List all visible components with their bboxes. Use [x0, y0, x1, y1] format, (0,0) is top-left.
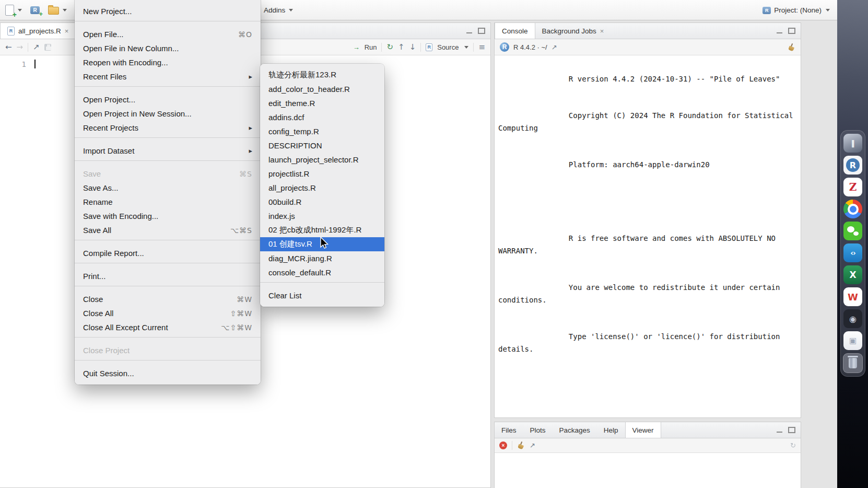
- file-menu-item[interactable]: Save As...: [75, 181, 261, 195]
- recent-file-item[interactable]: launch_project_selector.R: [260, 153, 384, 167]
- popout-console-icon[interactable]: ↗: [552, 44, 557, 51]
- rerun-button[interactable]: ↻: [386, 43, 393, 51]
- maximize-pane-button[interactable]: [788, 28, 795, 34]
- file-menu-item[interactable]: Close All ⇧⌘W: [75, 306, 261, 320]
- popout-editor-button[interactable]: ↗: [33, 43, 40, 51]
- dock-app-icon[interactable]: [843, 222, 862, 240]
- forward-button[interactable]: →: [17, 43, 24, 51]
- recent-file-item[interactable]: Clear List: [260, 288, 384, 303]
- file-menu-item[interactable]: Recent Files ▸: [75, 69, 261, 84]
- menu-item-label: Save As...: [83, 183, 252, 192]
- recent-file-item[interactable]: addins.dcf: [260, 110, 384, 124]
- previous-chunk-button[interactable]: ↑: [398, 43, 405, 51]
- file-menu-item[interactable]: Reopen with Encoding...: [75, 55, 261, 69]
- close-tab-icon[interactable]: ×: [600, 27, 604, 35]
- dock-app-icon[interactable]: ◉: [843, 309, 862, 328]
- file-menu-item[interactable]: Open Project...: [75, 92, 261, 107]
- file-menu-item[interactable]: Rename: [75, 195, 261, 209]
- recent-file-item[interactable]: config_temp.R: [260, 124, 384, 138]
- panel-tab[interactable]: Files: [495, 422, 523, 438]
- project-selector[interactable]: Project: (None): [763, 0, 830, 20]
- recent-file-item[interactable]: 轨迹分析最新123.R: [260, 68, 384, 82]
- file-menu-item[interactable]: Save with Encoding...: [75, 209, 261, 223]
- recent-file-item[interactable]: 02 把cb改成html-1992年.R: [260, 223, 384, 237]
- minimize-pane-button[interactable]: [777, 427, 782, 433]
- recent-file-item[interactable]: index.js: [260, 209, 384, 223]
- recent-file-item[interactable]: DESCRIPTION: [260, 138, 384, 153]
- menu-item-label: Compile Report...: [83, 249, 252, 258]
- recent-file-item[interactable]: projectlist.R: [260, 167, 384, 181]
- dock-app-icon[interactable]: Z: [843, 178, 862, 196]
- addins-menu-button[interactable]: Addins: [264, 0, 293, 20]
- recent-file-item[interactable]: console_default.R: [260, 265, 384, 280]
- recent-file-item[interactable]: add_color_to_header.R: [260, 82, 384, 96]
- dock-app-icon[interactable]: [843, 353, 863, 373]
- clear-viewer-button[interactable]: ×: [499, 441, 507, 449]
- minimize-pane-button[interactable]: [777, 28, 782, 33]
- panel-tab[interactable]: Help: [597, 422, 625, 438]
- save-icon[interactable]: [44, 44, 51, 51]
- dock-app-icon[interactable]: X: [843, 265, 862, 284]
- file-menu-item[interactable]: Quit Session...: [75, 366, 261, 380]
- open-file-button[interactable]: [48, 5, 67, 15]
- file-menu-item[interactable]: Save ⌘S: [75, 167, 261, 181]
- file-menu-item[interactable]: Open File... ⌘O: [75, 27, 261, 41]
- recent-file-item[interactable]: diag_MCR.jiang.R: [260, 251, 384, 265]
- console-pane: Console Background Jobs × R R 4: [494, 22, 801, 418]
- file-menu-item[interactable]: Recent Projects ▸: [75, 121, 261, 135]
- dock-app-icon[interactable]: ‹›: [843, 243, 862, 262]
- editor-tab[interactable]: all_projects.R ×: [0, 23, 76, 39]
- console-output[interactable]: R version 4.4.2 (2024-10-31) -- "Pile of…: [495, 55, 801, 417]
- next-chunk-button[interactable]: ↓: [409, 43, 416, 51]
- file-menu-item: [75, 286, 261, 292]
- run-button[interactable]: Run: [365, 43, 377, 51]
- macos-dock: ‖ R Z ‹›: [840, 130, 865, 377]
- popout-viewer-icon[interactable]: ↗: [530, 442, 535, 449]
- file-menu-item[interactable]: Close ⌘W: [75, 292, 261, 306]
- dock-app-icon[interactable]: W: [843, 287, 862, 306]
- line-number-gutter: 1: [0, 55, 33, 487]
- refresh-viewer-icon[interactable]: ↻: [790, 442, 796, 449]
- tab-console[interactable]: Console: [495, 23, 535, 39]
- minimize-pane-button[interactable]: [466, 28, 472, 33]
- chevron-down-icon: [63, 9, 67, 11]
- file-menu-item[interactable]: Close Project: [75, 343, 261, 357]
- panel-tab[interactable]: Viewer: [625, 422, 661, 438]
- dock-app-glyph: R: [846, 158, 860, 172]
- panel-tab[interactable]: Plots: [523, 422, 553, 438]
- console-line: Natural language support but running in …: [498, 404, 801, 417]
- file-menu-item[interactable]: Print...: [75, 269, 261, 283]
- file-menu-item[interactable]: Save All ⌥⌘S: [75, 223, 261, 237]
- clear-console-broom-icon[interactable]: [788, 43, 795, 51]
- panel-tab[interactable]: Packages: [553, 422, 597, 438]
- file-menu-item[interactable]: New Project...: [75, 4, 261, 18]
- new-file-button[interactable]: [5, 5, 22, 16]
- console-toolbar-right: [788, 43, 795, 51]
- dock-app-icon[interactable]: R: [843, 156, 862, 175]
- maximize-pane-button[interactable]: [788, 427, 795, 433]
- desktop-wallpaper: ‖ R Z ‹›: [837, 0, 868, 488]
- document-outline-button[interactable]: ≡: [478, 43, 485, 51]
- tab-background-jobs[interactable]: Background Jobs ×: [535, 23, 611, 39]
- dock-app-icon[interactable]: ▣: [843, 331, 862, 350]
- recent-file-label: projectlist.R: [268, 169, 376, 178]
- new-project-button[interactable]: [30, 6, 40, 14]
- recent-file-item[interactable]: all_projects.R: [260, 181, 384, 195]
- dock-app-icon[interactable]: ‖: [843, 134, 862, 153]
- r-version-icon: R: [500, 42, 509, 52]
- maximize-pane-button[interactable]: [478, 28, 485, 34]
- file-menu-item[interactable]: Close All Except Current ⌥⇧⌘W: [75, 320, 261, 334]
- file-menu-item[interactable]: Open Project in New Session...: [75, 107, 261, 121]
- dock-app-icon[interactable]: [843, 200, 862, 218]
- console-line: Copyright (C) 2024 The R Foundation for …: [498, 98, 801, 147]
- recent-file-item[interactable]: edit_theme.R: [260, 96, 384, 110]
- close-tab-icon[interactable]: ×: [65, 27, 69, 35]
- file-menu-item[interactable]: Open File in New Column...: [75, 41, 261, 55]
- back-button[interactable]: ←: [5, 43, 12, 51]
- file-menu-item[interactable]: Compile Report...: [75, 246, 261, 260]
- recent-file-item[interactable]: 00build.R: [260, 195, 384, 209]
- clean-viewer-broom-icon[interactable]: [517, 441, 525, 449]
- recent-file-label: all_projects.R: [268, 183, 376, 192]
- source-button[interactable]: Source: [437, 43, 459, 51]
- file-menu-item[interactable]: Import Dataset ▸: [75, 144, 261, 158]
